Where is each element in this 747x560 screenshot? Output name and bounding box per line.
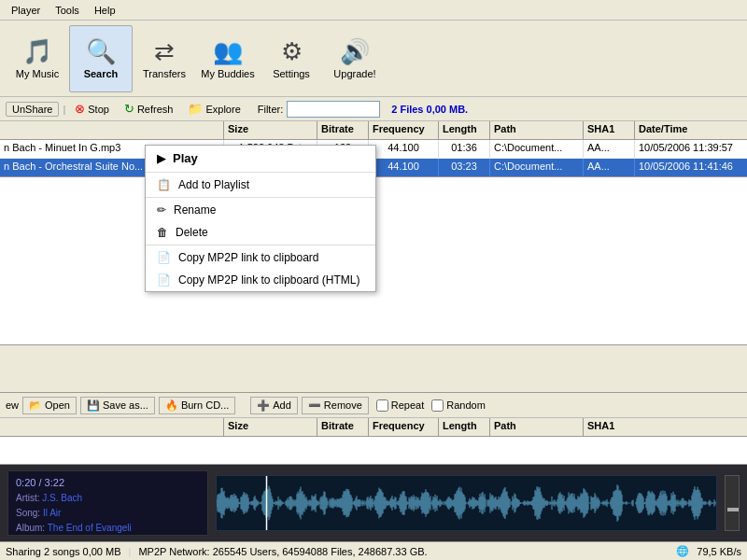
- context-menu-rename[interactable]: ✏ Rename: [146, 199, 375, 221]
- open-label: Open: [45, 399, 70, 411]
- col-header-frequency[interactable]: Frequency: [369, 121, 439, 139]
- repeat-checkbox[interactable]: [376, 399, 388, 412]
- context-menu-copy-mp2p-html[interactable]: 📄 Copy MP2P link to clipboard (HTML): [146, 269, 375, 291]
- col-header-bitrate[interactable]: Bitrate: [317, 121, 369, 139]
- main-toolbar: 🎵 My Music 🔍 Search ⇄ Transfers 👥 My Bud…: [0, 21, 747, 97]
- unshare-button[interactable]: UnShare: [6, 102, 59, 117]
- burn-icon: 🔥: [165, 399, 178, 412]
- stop-button[interactable]: ⊗ Stop: [69, 101, 115, 117]
- pl-col-length[interactable]: Length: [439, 418, 490, 436]
- play-icon: ▶: [157, 152, 165, 165]
- copy-mp2p-html-icon: 📄: [157, 273, 171, 287]
- search-icon: 🔍: [86, 37, 116, 66]
- burn-cd-button[interactable]: 🔥 Burn CD...: [159, 397, 235, 414]
- play-label: Play: [173, 151, 198, 165]
- pl-col-bitrate[interactable]: Bitrate: [317, 418, 369, 436]
- cell-path: C:\Document...: [490, 140, 584, 158]
- menu-tools[interactable]: Tools: [48, 3, 87, 18]
- pl-col-path[interactable]: Path: [490, 418, 584, 436]
- filter-input[interactable]: [287, 101, 380, 118]
- burn-cd-label: Burn CD...: [181, 399, 229, 411]
- remove-icon: ➖: [308, 399, 321, 412]
- repeat-checkbox-label[interactable]: Repeat: [376, 399, 424, 412]
- cell-sha1: AA...: [584, 159, 635, 176]
- volume-thumb: [727, 508, 739, 511]
- playlist-area: [0, 437, 747, 465]
- pl-col-sha1[interactable]: SHA1: [584, 418, 747, 436]
- context-menu-delete[interactable]: 🗑 Delete: [146, 221, 375, 244]
- action-bar: UnShare | ⊗ Stop ↻ Refresh 📁 Explore Fil…: [0, 97, 747, 121]
- remove-button[interactable]: ➖ Remove: [302, 397, 369, 414]
- filter-label: Filter:: [258, 104, 284, 115]
- add-playlist-label: Add to Playlist: [178, 178, 249, 191]
- context-menu-separator-2: [146, 197, 375, 198]
- menu-help[interactable]: Help: [87, 3, 123, 18]
- menu-player[interactable]: Player: [4, 3, 48, 18]
- stop-icon: ⊗: [75, 102, 85, 116]
- cell-path: C:\Document...: [490, 159, 584, 176]
- col-header-path[interactable]: Path: [490, 121, 584, 139]
- explore-label: Explore: [205, 104, 240, 115]
- cell-datetime: 10/05/2006 11:41:46: [635, 159, 747, 176]
- explore-button[interactable]: 📁 Explore: [182, 101, 246, 117]
- sharing-status: Sharing 2 songs 0,00 MB: [6, 546, 121, 557]
- album-value: The End of Evangeli: [48, 523, 132, 533]
- transfers-label: Transfers: [143, 68, 186, 79]
- add-button[interactable]: ➕ Add: [250, 397, 298, 414]
- player-song-row: Song: Il Air: [16, 506, 200, 521]
- explore-icon: 📁: [188, 102, 203, 116]
- add-icon: ➕: [257, 399, 270, 412]
- refresh-button[interactable]: ↻ Refresh: [119, 101, 179, 117]
- pl-col-frequency[interactable]: Frequency: [369, 418, 439, 436]
- list-header: Size Bitrate Frequency Length Path SHA1 …: [0, 121, 747, 140]
- col-header-name[interactable]: [0, 121, 224, 139]
- refresh-icon: ↻: [124, 102, 134, 116]
- col-header-size[interactable]: Size: [224, 121, 317, 139]
- files-info: 2 Files 0,00 MB.: [391, 104, 468, 115]
- random-checkbox[interactable]: [431, 399, 444, 412]
- rename-icon: ✏: [157, 203, 166, 217]
- bottom-section: ew 📂 Open 💾 Save as... 🔥 Burn CD... ➕ Ad…: [0, 392, 747, 560]
- my-music-button[interactable]: 🎵 My Music: [6, 25, 69, 92]
- cell-sha1: AA...: [584, 140, 635, 158]
- context-menu-copy-mp2p[interactable]: 📄 Copy MP2P link to clipboard: [146, 246, 375, 269]
- search-button[interactable]: 🔍 Search: [69, 25, 133, 92]
- volume-slider[interactable]: [725, 475, 740, 531]
- upgrade-button[interactable]: 🔊 Upgrade!: [323, 25, 387, 92]
- cell-frequency: 44.100: [369, 159, 439, 176]
- player-info: 0:20 / 3:22 Artist: J.S. Bach Song: Il A…: [7, 470, 208, 536]
- transfers-icon: ⇄: [154, 37, 175, 66]
- player-controls: 0:20 / 3:22 Artist: J.S. Bach Song: Il A…: [0, 465, 747, 541]
- delete-icon: 🗑: [157, 226, 168, 239]
- waveform-canvas: [217, 476, 716, 530]
- copy-mp2p-icon: 📄: [157, 251, 171, 264]
- context-menu-separator-1: [146, 172, 375, 173]
- my-buddies-button[interactable]: 👥 My Buddies: [196, 25, 260, 92]
- col-header-datetime[interactable]: Date/Time: [635, 121, 747, 139]
- context-menu-play[interactable]: ▶ Play: [146, 146, 375, 171]
- repeat-label: Repeat: [391, 399, 424, 411]
- album-label: Album:: [16, 523, 45, 533]
- cell-length: 01:36: [439, 140, 490, 158]
- cell-datetime: 10/05/2006 11:39:57: [635, 140, 747, 158]
- context-menu-add-playlist[interactable]: 📋 Add to Playlist: [146, 174, 375, 196]
- status-bar: Sharing 2 songs 0,00 MB | MP2P Network: …: [0, 541, 747, 560]
- save-icon: 💾: [87, 399, 100, 412]
- connection-icon: 🌐: [676, 545, 689, 557]
- save-as-label: Save as...: [103, 399, 148, 411]
- save-as-button[interactable]: 💾 Save as...: [80, 397, 155, 414]
- speed-status: 79,5 KB/s: [697, 546, 741, 557]
- my-music-label: My Music: [16, 68, 59, 79]
- col-header-length[interactable]: Length: [439, 121, 490, 139]
- random-checkbox-label[interactable]: Random: [431, 399, 486, 412]
- transfers-button[interactable]: ⇄ Transfers: [133, 25, 196, 92]
- cell-frequency: 44.100: [369, 140, 439, 158]
- col-header-sha1[interactable]: SHA1: [584, 121, 635, 139]
- pl-col-name[interactable]: [0, 418, 224, 436]
- waveform[interactable]: [216, 475, 717, 531]
- my-music-icon: 🎵: [22, 37, 52, 66]
- pl-col-size[interactable]: Size: [224, 418, 317, 436]
- my-buddies-label: My Buddies: [201, 68, 254, 79]
- open-button[interactable]: 📂 Open: [22, 397, 77, 414]
- settings-button[interactable]: ⚙ Settings: [260, 25, 323, 92]
